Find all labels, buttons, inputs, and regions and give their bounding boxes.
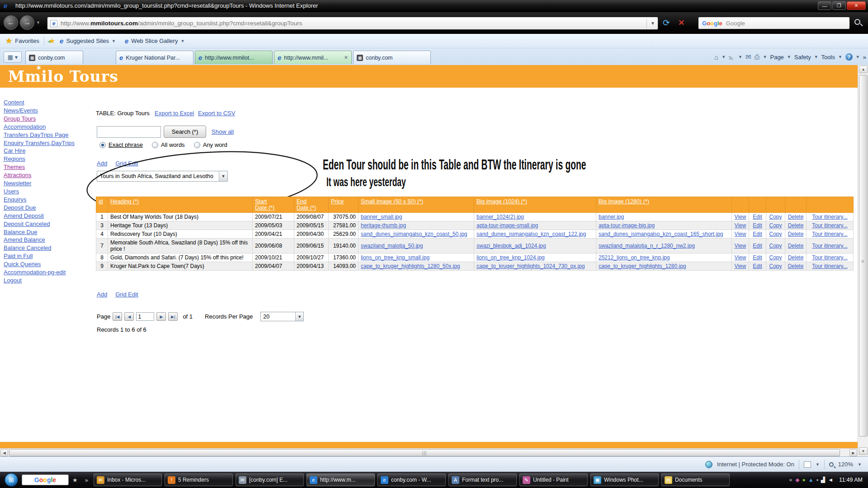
usb-tray-icon[interactable]: ▪ xyxy=(816,477,818,483)
tour-itinerary-link[interactable]: Tour itinerary... xyxy=(812,263,847,269)
sidebar-item-quick-queries[interactable]: Quick Queries xyxy=(4,260,94,268)
google-desktop-search[interactable]: Google xyxy=(22,474,69,485)
tour-itinerary-link[interactable]: Tour itinerary... xyxy=(812,222,847,229)
copylink[interactable]: Copy xyxy=(769,231,782,237)
editlink[interactable]: Edit xyxy=(753,254,762,261)
image-link[interactable]: banner_1024(2).jpg xyxy=(476,214,524,220)
zoom-magnifier-icon[interactable] xyxy=(829,462,834,467)
column-header[interactable]: Big image (1280) (*) xyxy=(596,197,732,213)
add-link[interactable]: Add xyxy=(97,160,107,167)
web-slice-gallery-button[interactable]: e Web Slice Gallery▼ xyxy=(120,35,189,47)
records-per-page-select[interactable]: 20 ▼ xyxy=(260,312,304,321)
tour-itinerary-link[interactable]: Tour itinerary... xyxy=(812,214,847,220)
scroll-up-icon[interactable]: ▲ xyxy=(859,66,868,73)
image-link[interactable]: swazi_blesbok_adj_1024.jpg xyxy=(476,243,546,249)
deletelink[interactable]: Delete xyxy=(788,243,804,249)
sidebar-item-logout[interactable]: Logout xyxy=(4,277,94,285)
sidebar-item-amend-deposit[interactable]: Amend Deposit xyxy=(4,212,94,220)
sidebar-item-balance-due[interactable]: Balance Due xyxy=(4,228,94,236)
browser-tab-1[interactable]: ▦conby.com xyxy=(25,51,83,64)
radio-exact-phrase[interactable]: Exact phrase xyxy=(99,141,143,148)
image-link[interactable]: cape_to_kruger_highlights_1280.jpg xyxy=(599,263,686,269)
export-csv-link[interactable]: Export to CSV xyxy=(198,110,235,117)
image-link[interactable]: apta-tour-image-small.jpg xyxy=(476,222,538,229)
deletelink[interactable]: Delete xyxy=(788,254,804,261)
address-field[interactable]: e http://www.mmilotours.com/admin/mmilo_… xyxy=(47,17,658,30)
zoom-level[interactable]: 120% xyxy=(838,461,853,468)
favorites-label[interactable]: Favorites xyxy=(15,38,39,44)
search-box[interactable]: Google Google xyxy=(698,17,850,29)
image-link[interactable]: 25212_lions_on_tree_knp.jpg xyxy=(599,254,670,261)
image-link[interactable]: swaziland_malalotja_n_r_1280_nw2.jpg xyxy=(599,243,695,249)
sidebar-item-amend-balance[interactable]: Amend Balance xyxy=(4,236,94,244)
image-link[interactable]: lions_on_tree_knp_small.jpg xyxy=(361,254,429,261)
taskbar-button-format-text-pro-[interactable]: AFormat text pro... xyxy=(448,474,517,486)
sidebar-item-themes[interactable]: Themes xyxy=(4,163,94,171)
grid-edit-link[interactable]: Grid Edit xyxy=(115,160,138,167)
tour-itinerary-link[interactable]: Tour itinerary... xyxy=(812,243,847,249)
radio-dot-icon[interactable] xyxy=(99,142,106,148)
first-page-button-icon[interactable]: |◀ xyxy=(113,312,122,321)
editlink[interactable]: Edit xyxy=(753,243,762,249)
sidebar-item-attractions[interactable]: Attractions xyxy=(4,171,94,179)
editlink[interactable]: Edit xyxy=(753,222,762,229)
sidebar-item-deposit-canceled[interactable]: Deposit Canceled xyxy=(4,220,94,228)
copylink[interactable]: Copy xyxy=(769,263,782,269)
sync-tray-icon[interactable]: ● xyxy=(802,477,806,483)
column-header[interactable]: Price xyxy=(329,197,359,213)
scroll-left-icon[interactable]: ◀ xyxy=(0,449,8,456)
column-header[interactable]: Start Date (*) xyxy=(253,197,294,213)
taskbar-button-conby-com-w-[interactable]: econby.com - W... xyxy=(377,474,446,486)
sidebar-item-users[interactable]: Users xyxy=(4,188,94,196)
add-favorite-icon[interactable]: ★ xyxy=(49,37,55,45)
editlink[interactable]: Edit xyxy=(753,214,762,220)
tour-category-select[interactable]: Tours in South Africa, Swaziland and Les… xyxy=(97,171,228,182)
minimize-button[interactable]: — xyxy=(818,1,831,10)
tab-close-icon[interactable]: ✕ xyxy=(344,55,348,61)
image-link[interactable]: sand_dunes_isimangalso_kzn_coast_165_sho… xyxy=(599,231,723,237)
prev-page-button-icon[interactable]: ◀ xyxy=(124,312,134,321)
horizontal-scrollbar[interactable]: ◀ ||| ▶ xyxy=(0,448,858,456)
export-excel-link[interactable]: Export to Excel xyxy=(155,110,194,117)
tour-itinerary-link[interactable]: Tour itinerary... xyxy=(812,231,847,237)
chevron-down-icon[interactable]: ▼ xyxy=(295,312,303,321)
browser-tab-2[interactable]: eKruger National Par... xyxy=(116,51,193,64)
taskbar-button-5-reminders[interactable]: !5 Reminders xyxy=(165,474,233,486)
sidebar-item-deposit-due[interactable]: Deposit Due xyxy=(4,204,94,212)
viewlink[interactable]: View xyxy=(735,231,746,237)
image-link[interactable]: heritage-thumb.jpg xyxy=(361,222,406,229)
copylink[interactable]: Copy xyxy=(769,243,782,249)
deletelink[interactable]: Delete xyxy=(788,231,804,237)
forward-button[interactable]: → xyxy=(20,15,34,30)
favorites-star-icon[interactable]: ★ xyxy=(5,36,12,46)
read-mail-icon[interactable]: ✉ xyxy=(745,53,751,61)
sidebar-item-car-hire[interactable]: Car Hire xyxy=(4,147,94,155)
taskbar-button-inbox-micros-[interactable]: ✉Inbox - Micros... xyxy=(94,474,162,486)
safety-menu[interactable]: Safety xyxy=(794,54,811,61)
tools-menu[interactable]: Tools xyxy=(821,54,835,61)
viewlink[interactable]: View xyxy=(735,222,746,229)
browser-tab-5[interactable]: ▦conby.com xyxy=(353,51,431,64)
back-button[interactable]: ← xyxy=(4,15,18,30)
chevron-down-icon[interactable]: ▼ xyxy=(219,171,227,181)
search-button[interactable]: Search (*) xyxy=(164,126,206,138)
copylink[interactable]: Copy xyxy=(769,214,782,220)
compatibility-view-icon[interactable] xyxy=(804,461,811,468)
toolbar-star-icon[interactable]: ★ xyxy=(72,477,78,483)
viewlink[interactable]: View xyxy=(735,214,746,220)
column-header[interactable]: Heading (*) xyxy=(108,197,253,213)
last-page-button-icon[interactable]: ▶| xyxy=(168,312,178,321)
search-magnifier-icon[interactable] xyxy=(854,19,860,25)
editlink[interactable]: Edit xyxy=(753,231,762,237)
scroll-down-icon[interactable]: ▼ xyxy=(859,447,868,455)
radio-any-word[interactable]: Any word xyxy=(194,141,227,148)
sidebar-item-regions[interactable]: Regions xyxy=(4,155,94,163)
column-header[interactable]: Small image (50 x 50) (*) xyxy=(359,197,474,213)
sidebar-item-accommodation[interactable]: Accommodation xyxy=(4,123,94,131)
sidebar-item-content[interactable]: Content xyxy=(4,99,94,107)
deletelink[interactable]: Delete xyxy=(788,214,804,220)
image-link[interactable]: sand_dunes_isimangalso_kzn_coast_50.jpg xyxy=(361,231,467,237)
suggested-sites-button[interactable]: e Suggested Sites▼ xyxy=(55,35,120,47)
quick-tabs-icon[interactable]: ▦ ▾ xyxy=(4,52,22,63)
column-header[interactable]: id xyxy=(96,197,108,213)
